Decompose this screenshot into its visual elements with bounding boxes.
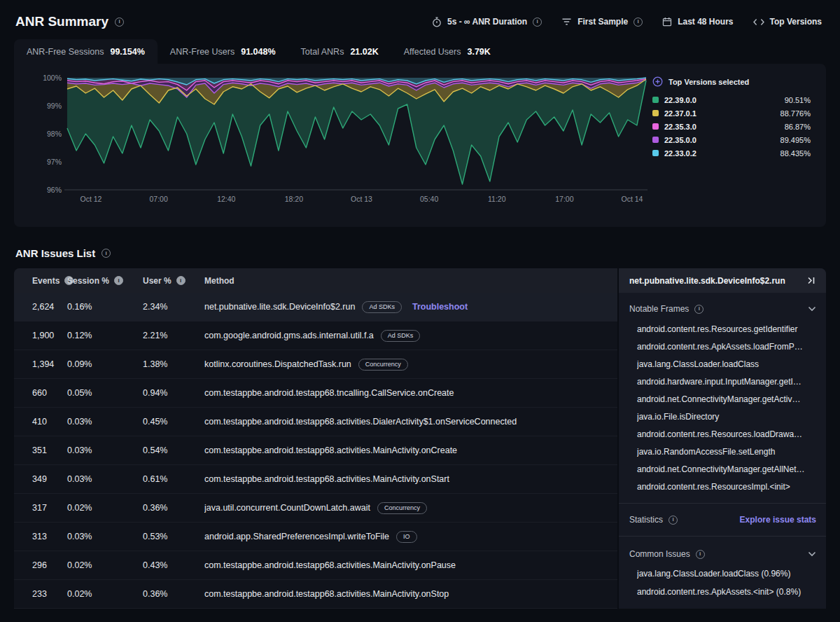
issue-row[interactable]: 2960.02%0.43%com.testappbe.android.testa…: [14, 551, 617, 580]
chevron-down-icon[interactable]: [808, 551, 816, 557]
legend-item-22.37.0.1[interactable]: 22.37.0.188.776%: [652, 106, 811, 120]
events-value: 1,900: [14, 331, 67, 340]
issue-row[interactable]: 4100.03%0.45%com.testappbe.android.testa…: [14, 408, 617, 436]
issue-row[interactable]: 1,9000.12%2.21%com.google.android.gms.ad…: [14, 322, 617, 350]
issue-row[interactable]: 3170.02%0.36%java.util.concurrent.CountD…: [14, 494, 617, 523]
events-value: 317: [14, 503, 67, 513]
category-badge: Concurrency: [358, 359, 408, 371]
user-pct-value: 0.61%: [143, 474, 204, 484]
filter-calendar[interactable]: Last 48 Hours: [662, 17, 733, 27]
svg-text:Oct 14: Oct 14: [622, 195, 643, 203]
info-icon[interactable]: i: [115, 18, 124, 27]
method-name: com.testappbe.android.testapp68.activiti…: [204, 560, 456, 570]
notable-frames-header[interactable]: Notable Frames i: [619, 293, 826, 318]
column-header-events[interactable]: Eventsi: [14, 276, 67, 286]
session-pct-value: 0.02%: [67, 503, 143, 513]
troubleshoot-link[interactable]: Troubleshoot: [412, 302, 468, 312]
tab-anr-free-sessions[interactable]: ANR-Free Sessions99.154%: [14, 39, 158, 64]
filter-code[interactable]: Top Versions: [753, 17, 822, 27]
legend-value: 89.495%: [780, 136, 811, 144]
common-issues-header[interactable]: Common Issues i: [619, 538, 826, 563]
legend-item-22.35.3.0[interactable]: 22.35.3.086.87%: [652, 120, 811, 133]
legend-value: 90.51%: [785, 96, 811, 104]
legend-item-22.35.0.0[interactable]: 22.35.0.089.495%: [652, 133, 811, 146]
notable-frame-item[interactable]: android.content.res.Resources.loadDrawa…: [637, 426, 820, 443]
anr-free-sessions-chart[interactable]: 100%99%98%97%96%Oct 1207:0012:4018:20Oct…: [21, 64, 665, 215]
info-icon[interactable]: i: [533, 18, 542, 27]
user-pct-value: 0.36%: [143, 503, 204, 513]
svg-text:07:00: 07:00: [149, 195, 167, 203]
session-pct-value: 0.03%: [67, 474, 143, 484]
notable-frame-item[interactable]: android.net.ConnectivityManager.getActiv…: [637, 391, 820, 408]
column-header-user[interactable]: User %i: [143, 276, 204, 286]
info-icon[interactable]: i: [694, 305, 704, 314]
session-pct-value: 0.02%: [67, 560, 143, 570]
selected-issue-header: net.pubnative.lite.sdk.DeviceInfo$2.run: [619, 268, 826, 293]
common-issue-item[interactable]: java.lang.ClassLoader.loadClass (0.96%): [637, 565, 820, 583]
filter-label: First Sample: [578, 17, 628, 27]
session-pct-value: 0.09%: [67, 359, 143, 369]
statistics-row: Statistics i Explore issue stats: [619, 505, 826, 534]
issue-row[interactable]: 6600.05%0.94%com.testappbe.android.testa…: [14, 379, 617, 408]
info-icon[interactable]: i: [102, 249, 111, 258]
plus-circle-icon[interactable]: [652, 76, 663, 87]
notable-frame-item[interactable]: android.hardware.input.InputManager.getI…: [637, 373, 820, 391]
filter-label: 5s - ∞ ANR Duration: [447, 17, 527, 27]
user-pct-value: 0.53%: [143, 532, 204, 541]
legend-swatch: [652, 137, 659, 143]
legend-value: 88.776%: [780, 109, 811, 118]
user-pct-value: 0.45%: [143, 417, 204, 427]
collapse-panel-icon[interactable]: [806, 276, 816, 285]
explore-issue-stats-link[interactable]: Explore issue stats: [740, 515, 816, 525]
issue-row[interactable]: 3510.03%0.54%com.testappbe.android.testa…: [14, 436, 617, 465]
events-value: 313: [14, 532, 67, 541]
notable-frame-item[interactable]: java.lang.ClassLoader.loadClass: [637, 356, 820, 373]
chevron-down-icon[interactable]: [808, 306, 816, 312]
info-icon[interactable]: i: [668, 516, 678, 525]
method-name: android.app.SharedPreferencesImpl.writeT…: [204, 532, 389, 541]
divider: [619, 503, 826, 504]
svg-text:98%: 98%: [47, 130, 62, 138]
info-icon[interactable]: i: [176, 276, 186, 285]
filter-label: Last 48 Hours: [678, 17, 733, 27]
filter-filter[interactable]: First Samplei: [561, 17, 643, 27]
issue-row[interactable]: 2,6240.16%2.34%net.pubnative.lite.sdk.De…: [14, 293, 617, 322]
common-issue-item[interactable]: android.content.res.ApkAssets.<init> (0.…: [637, 583, 820, 601]
column-header-session[interactable]: Session %i: [67, 276, 143, 286]
notable-frame-item[interactable]: java.io.File.isDirectory: [637, 408, 820, 426]
legend-version: 22.39.0.0: [664, 96, 696, 104]
issue-row[interactable]: 1,3940.09%1.38%kotlinx.coroutines.Dispat…: [14, 350, 617, 379]
category-badge: Ad SDKs: [362, 301, 402, 313]
issue-row[interactable]: 3130.03%0.53%android.app.SharedPreferenc…: [14, 523, 617, 551]
info-icon[interactable]: i: [114, 276, 123, 285]
svg-text:96%: 96%: [47, 186, 62, 194]
user-pct-value: 0.94%: [143, 388, 204, 398]
session-pct-value: 0.03%: [67, 417, 143, 427]
issue-row[interactable]: 3490.03%0.61%com.testappbe.android.testa…: [14, 465, 617, 494]
user-pct-value: 0.36%: [143, 589, 204, 599]
svg-text:12:40: 12:40: [217, 195, 235, 203]
filter-stopwatch[interactable]: 5s - ∞ ANR Durationi: [432, 17, 542, 27]
notable-frame-item[interactable]: android.content.res.ApkAssets.loadFromP…: [637, 338, 820, 356]
tab-anr-free-users[interactable]: ANR-Free Users91.048%: [158, 39, 288, 64]
user-pct-value: 0.54%: [143, 445, 204, 455]
legend-item-22.39.0.0[interactable]: 22.39.0.090.51%: [652, 93, 811, 106]
stopwatch-icon: [432, 17, 442, 27]
notable-frame-item[interactable]: android.content.res.Resources.getIdentif…: [637, 321, 820, 338]
events-value: 349: [14, 474, 67, 484]
notable-frame-item[interactable]: android.net.ConnectivityManager.getAllNe…: [637, 461, 820, 478]
info-icon[interactable]: i: [634, 18, 643, 27]
tab-total-anrs[interactable]: Total ANRs21.02K: [288, 39, 391, 64]
notable-frame-item[interactable]: android.content.res.ResourcesImpl.<init>: [637, 478, 820, 496]
filter-label: Top Versions: [770, 17, 822, 27]
column-header-method[interactable]: Method: [204, 276, 617, 286]
tab-affected-users[interactable]: Affected Users3.79K: [391, 39, 503, 64]
info-icon[interactable]: i: [696, 550, 705, 559]
svg-text:11:20: 11:20: [488, 195, 506, 203]
notable-frame-item[interactable]: java.io.RandomAccessFile.setLength: [637, 443, 820, 461]
legend-item-22.33.0.2[interactable]: 22.33.0.288.435%: [652, 146, 811, 160]
svg-text:97%: 97%: [47, 158, 62, 166]
table-header: EventsiSession %iUser %iMethod: [14, 268, 617, 293]
issue-row[interactable]: 2330.02%0.36%com.testappbe.android.testa…: [14, 580, 617, 609]
method-name: net.pubnative.lite.sdk.DeviceInfo$2.run: [204, 302, 355, 312]
